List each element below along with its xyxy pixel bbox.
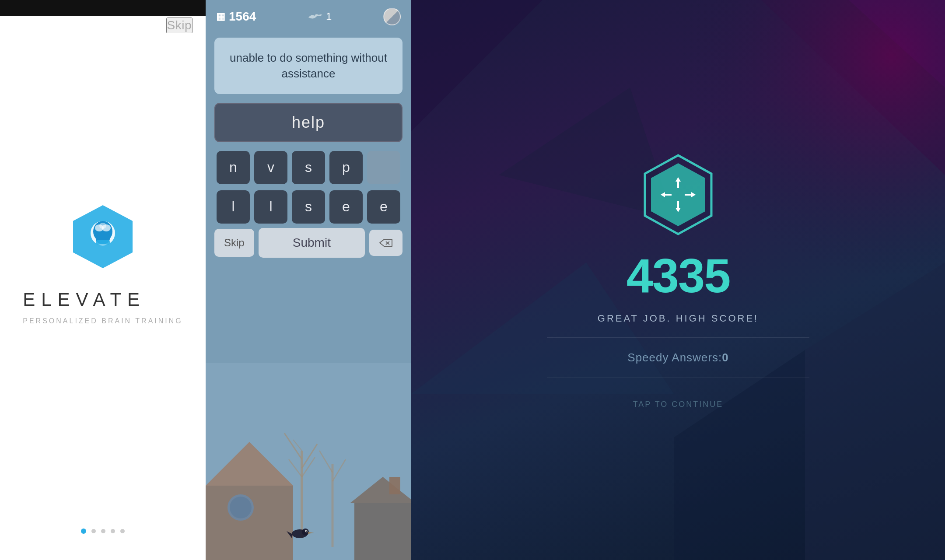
letter-rows: n v s p l l s e e bbox=[214, 151, 402, 224]
dot-4 bbox=[111, 529, 115, 533]
key-v[interactable]: v bbox=[254, 151, 287, 184]
definition-box: unable to do something without assistanc… bbox=[214, 38, 402, 94]
svg-rect-7 bbox=[96, 240, 110, 245]
logo-area: ELEVATE PERSONALIZED BRAIN TRAINING bbox=[23, 202, 183, 325]
submit-button[interactable]: Submit bbox=[259, 228, 365, 258]
moon-icon bbox=[383, 8, 401, 25]
bird-counter: 1 bbox=[308, 10, 332, 23]
divider bbox=[547, 337, 809, 338]
letter-row-2: l l s e e bbox=[214, 190, 402, 224]
svg-point-29 bbox=[306, 531, 307, 532]
result-hex-icon bbox=[634, 151, 722, 238]
dot-2 bbox=[91, 529, 96, 533]
definition-text: unable to do something without assistanc… bbox=[225, 50, 392, 82]
letter-row-1: n v s p bbox=[214, 151, 402, 184]
skip-game-button[interactable]: Skip bbox=[214, 229, 254, 257]
key-p[interactable]: p bbox=[329, 151, 363, 184]
word-game-panel: ▦ 1564 1 unable to do something without … bbox=[206, 0, 411, 560]
app-title: ELEVATE PERSONALIZED BRAIN TRAINING bbox=[23, 289, 183, 325]
status-bar bbox=[0, 0, 206, 16]
key-l2[interactable]: l bbox=[254, 190, 287, 224]
speedy-answers: Speedy Answers:0 bbox=[627, 351, 728, 364]
final-score: 4335 bbox=[626, 252, 730, 300]
backspace-icon bbox=[379, 238, 393, 248]
svg-point-12 bbox=[230, 497, 252, 518]
game-header: ▦ 1564 1 bbox=[206, 0, 411, 33]
svg-rect-13 bbox=[354, 503, 411, 560]
game-background bbox=[206, 363, 411, 560]
svg-marker-43 bbox=[651, 163, 705, 226]
elevate-splash-panel: Skip ELEVATE PERSONALIZED BRAIN bbox=[0, 0, 206, 560]
key-e2[interactable]: e bbox=[367, 190, 400, 224]
score-label: GREAT JOB. HIGH SCORE! bbox=[598, 313, 759, 324]
key-e1[interactable]: e bbox=[329, 190, 363, 224]
dot-3 bbox=[101, 529, 105, 533]
current-answer: help bbox=[225, 113, 392, 132]
key-n[interactable]: n bbox=[217, 151, 250, 184]
svg-marker-31 bbox=[380, 239, 392, 246]
answer-box: help bbox=[214, 103, 402, 142]
key-empty bbox=[367, 151, 400, 184]
bird-icon bbox=[308, 11, 323, 22]
result-content: 4335 GREAT JOB. HIGH SCORE! Speedy Answe… bbox=[547, 151, 809, 409]
key-l1[interactable]: l bbox=[217, 190, 250, 224]
svg-rect-9 bbox=[206, 486, 293, 560]
page-indicators bbox=[81, 528, 125, 534]
key-s2[interactable]: s bbox=[292, 190, 325, 224]
divider-2 bbox=[547, 378, 809, 378]
bottom-bar: Skip Submit bbox=[206, 228, 411, 258]
app-logo bbox=[68, 202, 138, 272]
svg-point-26 bbox=[302, 528, 309, 536]
game-content: unable to do something without assistanc… bbox=[206, 38, 411, 224]
score-icon: ▦ bbox=[216, 11, 225, 22]
dot-5 bbox=[120, 529, 125, 533]
backspace-button[interactable] bbox=[369, 230, 402, 256]
svg-rect-15 bbox=[389, 477, 400, 494]
score-result-panel[interactable]: 4335 GREAT JOB. HIGH SCORE! Speedy Answe… bbox=[411, 0, 945, 560]
tap-continue[interactable]: TAP TO CONTINUE bbox=[633, 400, 724, 409]
dot-1 bbox=[81, 528, 86, 534]
key-s1[interactable]: s bbox=[292, 151, 325, 184]
svg-point-5 bbox=[99, 223, 106, 229]
game-score: ▦ 1564 bbox=[216, 10, 256, 24]
skip-button[interactable]: Skip bbox=[166, 18, 192, 33]
